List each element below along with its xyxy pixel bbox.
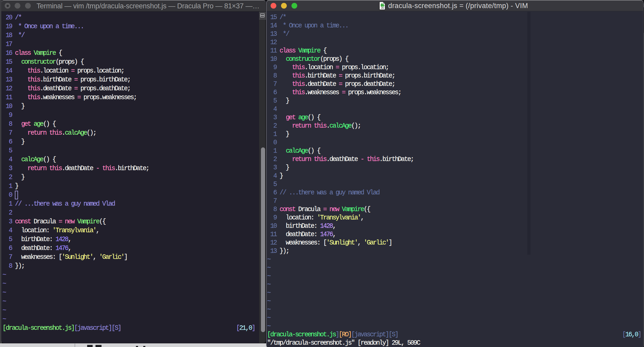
svg-text:JS: JS <box>381 7 384 9</box>
